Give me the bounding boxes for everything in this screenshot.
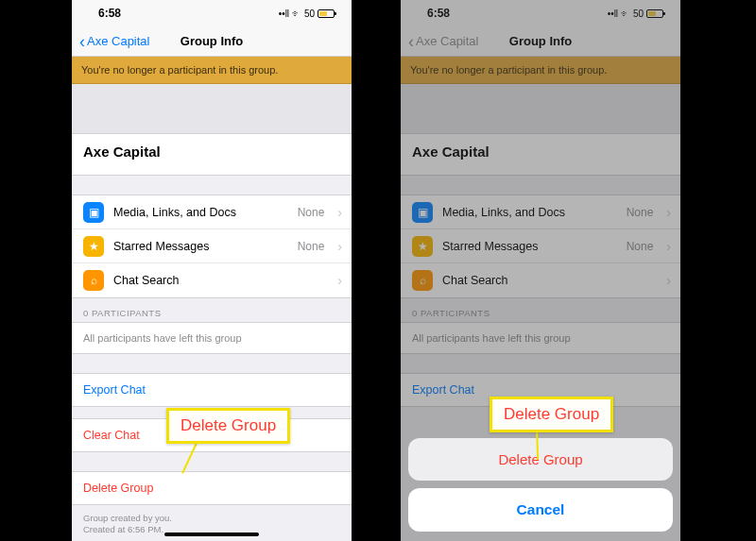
chevron-right-icon: ›	[334, 239, 342, 254]
not-participant-banner: You're no longer a participant in this g…	[72, 57, 352, 84]
status-right: ••ll ᯤ 50	[279, 8, 335, 19]
participants-note: All participants have left this group	[72, 322, 352, 354]
chevron-left-icon: ‹	[79, 33, 85, 50]
phone-left-group-info: 6:58 ••ll ᯤ 50 ‹ Axe Capital Group Info …	[72, 0, 352, 541]
callout-delete-group: Delete Group	[166, 408, 290, 444]
back-button[interactable]: ‹ Axe Capital	[79, 33, 149, 50]
search-icon: ⌕	[83, 270, 104, 291]
phone-right-action-sheet: 6:58 ••ll ᯤ 50 ‹ Axe Capital Group Info …	[401, 0, 680, 541]
media-icon: ▣	[83, 202, 104, 223]
chevron-right-icon: ›	[334, 205, 342, 220]
sheet-delete-group-button[interactable]: Delete Group	[408, 438, 673, 481]
status-time: 6:58	[98, 7, 121, 20]
row-label: Chat Search	[113, 274, 324, 287]
home-indicator[interactable]	[164, 533, 259, 536]
row-label: Starred Messages	[113, 240, 288, 253]
group-header-spacer	[72, 84, 352, 133]
sheet-cancel-button[interactable]: Cancel	[408, 488, 673, 532]
media-links-docs-row[interactable]: ▣ Media, Links, and Docs None ›	[72, 195, 352, 229]
row-detail: None	[298, 206, 325, 219]
chat-search-row[interactable]: ⌕ Chat Search ›	[72, 263, 352, 297]
action-sheet: Delete Group Cancel	[408, 438, 673, 532]
group-name-row[interactable]: Axe Capital	[72, 133, 352, 176]
star-icon: ★	[83, 236, 104, 257]
delete-group-button[interactable]: Delete Group	[72, 471, 352, 505]
row-detail: None	[298, 240, 325, 253]
info-list: ▣ Media, Links, and Docs None › ★ Starre…	[72, 194, 352, 298]
export-chat-button[interactable]: Export Chat	[72, 373, 352, 407]
row-label: Media, Links, and Docs	[113, 206, 288, 219]
back-label: Axe Capital	[87, 34, 149, 48]
starred-messages-row[interactable]: ★ Starred Messages None ›	[72, 229, 352, 263]
chevron-right-icon: ›	[334, 273, 342, 288]
participants-header: 0 PARTICIPANTS	[72, 298, 352, 322]
callout-delete-group: Delete Group	[490, 397, 613, 432]
status-bar: 6:58 ••ll ᯤ 50	[72, 0, 352, 26]
nav-bar: ‹ Axe Capital Group Info	[72, 26, 352, 57]
